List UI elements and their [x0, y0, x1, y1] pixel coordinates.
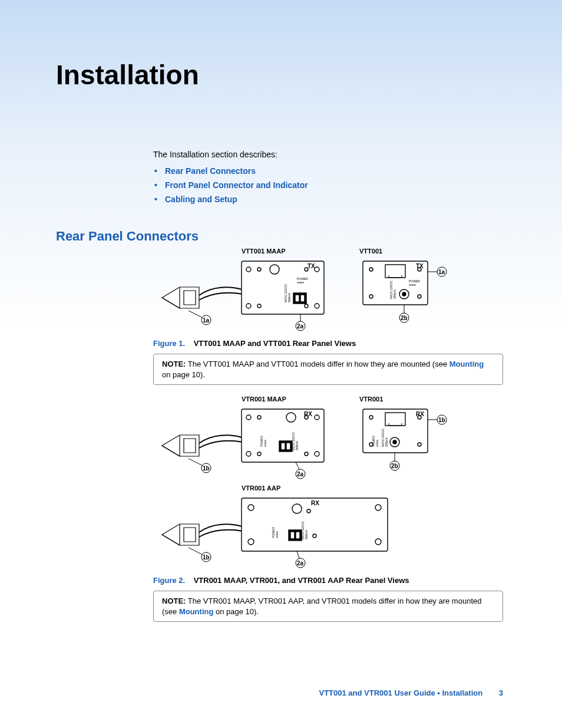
svg-line-18: [189, 311, 203, 318]
svg-vtr001-maap: RX POWER ⊖⊕⊖ 6VDC-12VDC 500mA 1b 2a: [153, 404, 336, 481]
port-label-rx-3: RX: [311, 500, 319, 506]
svg-text:500mA: 500mA: [393, 289, 396, 299]
figure-2-caption: Figure 2. VTR001 MAAP, VTR001, and VTR00…: [153, 576, 503, 585]
link-rear-panel[interactable]: Rear Panel Connectors: [165, 166, 503, 176]
svg-text:500mA: 500mA: [305, 530, 308, 540]
label-vtr001-maap: VTR001 MAAP: [242, 396, 336, 403]
svg-rect-82: [290, 532, 295, 539]
callout-1b-2: 1b: [438, 417, 445, 423]
svg-rect-83: [296, 532, 300, 539]
svg-text:500mA: 500mA: [385, 437, 388, 447]
svg-point-5: [257, 268, 261, 271]
svg-point-84: [313, 534, 316, 538]
section-heading-rear-panel: Rear Panel Connectors: [0, 209, 562, 248]
svg-point-65: [393, 440, 396, 444]
note-1-link[interactable]: Mounting: [449, 360, 484, 368]
svg-point-8: [305, 304, 308, 308]
figure-2-text: VTR001 MAAP, VTR001, and VTR001 AAP Rear…: [194, 576, 409, 585]
callout-1b: 1b: [203, 465, 210, 472]
callout-2a: 2a: [297, 323, 304, 330]
link-front-panel[interactable]: Front Panel Connector and Indicator: [165, 180, 503, 190]
callout-2a-3: 2a: [297, 560, 304, 566]
diagram-vtr001-maap: VTR001 MAAP: [153, 396, 336, 481]
note-1: NOTE: The VTT001 MAAP and VTT001 models …: [153, 354, 503, 385]
note-2-label: NOTE:: [162, 597, 186, 605]
svg-text:⊖⊕⊖: ⊖⊕⊖: [297, 281, 304, 284]
link-cabling[interactable]: Cabling and Setup: [165, 195, 503, 204]
svg-point-45: [305, 452, 308, 456]
svg-point-59: [369, 416, 373, 419]
callout-1b-3: 1b: [203, 554, 210, 561]
svg-line-55: [189, 459, 203, 466]
callout-2a-2: 2a: [297, 471, 304, 477]
note-1-label: NOTE:: [162, 360, 186, 368]
svg-line-92: [297, 551, 299, 558]
svg-rect-49: [286, 443, 290, 450]
diagram-vtr001-aap: VTR001 AAP: [153, 485, 401, 570]
port-label-tx: TX: [308, 263, 315, 269]
svg-rect-48: [281, 443, 285, 450]
note-2-link[interactable]: Mounting: [179, 607, 213, 616]
svg-point-22: [369, 268, 373, 271]
svg-vtt001-maap: TX POWER ⊖⊕⊖ 6VDC-12VDC 500mA 1a 2a: [153, 256, 336, 333]
svg-text:500mA: 500mA: [295, 441, 299, 451]
note-1-text-before: The VTT001 MAAP and VTT001 models differ…: [188, 360, 449, 368]
figure-1-label: Figure 1.: [153, 339, 185, 348]
page-footer: VTT001 and VTR001 User Guide • Installat…: [319, 689, 504, 697]
diagram-row-1: VTT001 MAAP: [153, 248, 503, 333]
note-2: NOTE: The VTR001 MAAP, VTR001 AAP, and V…: [153, 591, 503, 622]
figure-2-label: Figure 2.: [153, 576, 185, 585]
svg-vtr001-aap: RX POWER ⊖⊕⊖ 6VDC-12VDC 500mA 1b 2a: [153, 493, 401, 570]
label-vtr001: VTR001: [359, 396, 454, 403]
svg-point-42: [257, 416, 261, 419]
port-label-rx: RX: [304, 411, 312, 417]
intro-text: The Installation section describes:: [153, 150, 503, 159]
callout-2b-2: 2b: [391, 463, 398, 469]
svg-text:⊖⊕⊖: ⊖⊕⊖: [409, 283, 416, 286]
port-label-rx-2: RX: [416, 411, 424, 417]
figure-1-caption: Figure 1. VTT001 MAAP and VTT001 Rear Pa…: [153, 339, 503, 348]
svg-point-25: [418, 295, 421, 298]
note-2-text-after: on page 10).: [213, 607, 259, 616]
diagram-vtr001: VTR001 RX POWER ⊖⊕⊖ 6VDC-12VDC 500mA: [359, 396, 454, 481]
svg-point-44: [257, 452, 261, 456]
intro-block: The Installation section describes: Rear…: [0, 91, 562, 204]
svg-text:⊖⊕⊖: ⊖⊕⊖: [275, 531, 279, 538]
svg-text:⊖⊕⊖: ⊖⊕⊖: [263, 440, 267, 447]
diagram-vtt001-maap: VTT001 MAAP: [153, 248, 336, 333]
callout-1a-2: 1a: [438, 269, 445, 275]
diagram-row-2: VTR001 MAAP: [153, 396, 503, 481]
svg-text:500mA: 500mA: [287, 292, 291, 302]
label-vtt001-maap: VTT001 MAAP: [242, 248, 336, 255]
svg-vtr001: RX POWER ⊖⊕⊖ 6VDC-12VDC 500mA 1b 2b: [359, 404, 454, 481]
svg-rect-12: [300, 295, 305, 302]
svg-point-28: [402, 292, 406, 296]
diagram-area: VTT001 MAAP: [0, 248, 562, 622]
svg-point-80: [307, 509, 310, 513]
label-vtt001: VTT001: [359, 248, 454, 255]
figure-1-text: VTT001 MAAP and VTT001 Rear Panel Views: [194, 339, 356, 348]
svg-line-57: [296, 462, 299, 469]
footer-text: VTT001 and VTR001 User Guide • Installat…: [319, 689, 483, 697]
callout-2b: 2b: [401, 315, 408, 321]
svg-vtt001: TX POWER ⊖⊕⊖ 6VDC-12VDC 500mA 1a 2b: [359, 256, 454, 333]
port-label-tx-2: TX: [416, 263, 424, 269]
svg-point-24: [369, 295, 373, 298]
svg-point-7: [257, 304, 261, 308]
callout-1a: 1a: [203, 317, 210, 324]
svg-line-90: [189, 548, 203, 555]
diagram-row-3: VTR001 AAP: [153, 485, 503, 570]
page-title: Installation: [0, 0, 562, 91]
svg-rect-26: [385, 265, 405, 278]
svg-point-62: [418, 443, 421, 446]
svg-text:⊖⊕⊖: ⊖⊕⊖: [375, 440, 379, 447]
note-1-text-after: on page 10).: [162, 370, 205, 379]
label-vtr001-aap: VTR001 AAP: [242, 485, 401, 492]
svg-rect-11: [295, 295, 299, 302]
section-links: Rear Panel Connectors Front Panel Connec…: [153, 166, 503, 204]
diagram-vtt001: VTT001 TX POWER ⊖⊕⊖ 6VDC-12VDC 500mA: [359, 248, 454, 333]
svg-rect-63: [385, 413, 405, 426]
footer-page-number: 3: [499, 689, 503, 697]
